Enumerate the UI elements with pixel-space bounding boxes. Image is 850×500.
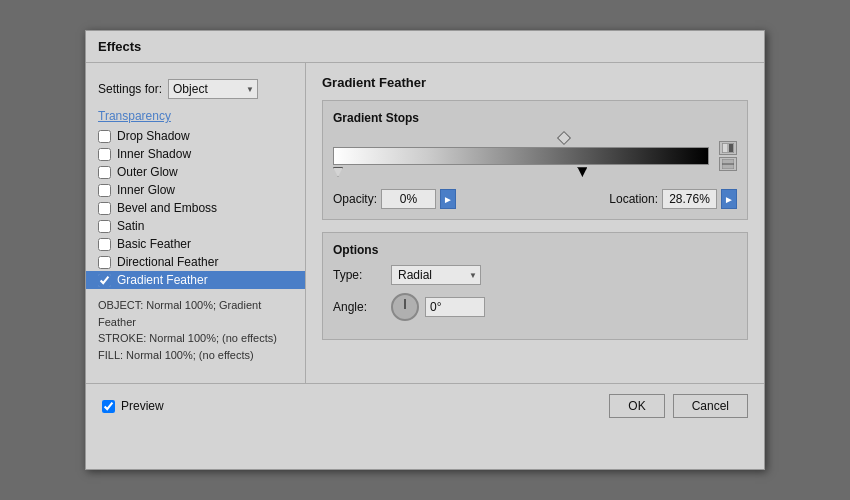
bevel-emboss-label: Bevel and Emboss: [117, 201, 217, 215]
options-label: Options: [333, 243, 737, 257]
opacity-location-row: Opacity: ► Location: ►: [333, 189, 737, 209]
options-section: Options Type: Linear Radial Angle:: [322, 232, 748, 340]
dialog-footer: Preview OK Cancel: [86, 383, 764, 428]
satin-checkbox[interactable]: [98, 220, 111, 233]
effect-bevel-emboss[interactable]: Bevel and Emboss: [86, 199, 305, 217]
bevel-emboss-checkbox[interactable]: [98, 202, 111, 215]
inner-shadow-label: Inner Shadow: [117, 147, 191, 161]
effect-basic-feather[interactable]: Basic Feather: [86, 235, 305, 253]
angle-label: Angle:: [333, 300, 383, 314]
outer-glow-checkbox[interactable]: [98, 166, 111, 179]
angle-dial[interactable]: [391, 293, 419, 321]
effect-gradient-feather[interactable]: Gradient Feather: [86, 271, 305, 289]
satin-label: Satin: [117, 219, 144, 233]
gradient-stop-diamond[interactable]: [557, 131, 571, 145]
type-label: Type:: [333, 268, 383, 282]
inner-glow-checkbox[interactable]: [98, 184, 111, 197]
info-fill: FILL: Normal 100%; (no effects): [98, 347, 293, 364]
gradient-bar[interactable]: [333, 147, 709, 165]
settings-label: Settings for:: [98, 82, 162, 96]
opacity-label: Opacity:: [333, 192, 377, 206]
panel-title: Gradient Feather: [322, 75, 748, 90]
effects-dialog: Effects Settings for: Object Transparenc…: [85, 30, 765, 470]
type-select-wrapper[interactable]: Linear Radial: [391, 265, 481, 285]
type-row: Type: Linear Radial: [333, 265, 737, 285]
effect-directional-feather[interactable]: Directional Feather: [86, 253, 305, 271]
effect-outer-glow[interactable]: Outer Glow: [86, 163, 305, 181]
location-label: Location:: [609, 192, 658, 206]
stop-handle-right[interactable]: [577, 167, 587, 177]
basic-feather-checkbox[interactable]: [98, 238, 111, 251]
inner-glow-label: Inner Glow: [117, 183, 175, 197]
drop-shadow-label: Drop Shadow: [117, 129, 190, 143]
angle-row: Angle:: [333, 293, 737, 321]
info-box: OBJECT: Normal 100%; Gradient Feather ST…: [98, 297, 293, 363]
opacity-group: Opacity: ►: [333, 189, 456, 209]
gradient-icon-bottom[interactable]: [719, 157, 737, 171]
info-object: OBJECT: Normal 100%; Gradient Feather: [98, 297, 293, 330]
location-group: Location: ►: [609, 189, 737, 209]
opacity-input[interactable]: [381, 189, 436, 209]
angle-control: [391, 293, 485, 321]
directional-feather-checkbox[interactable]: [98, 256, 111, 269]
footer-buttons: OK Cancel: [609, 394, 748, 418]
dialog-title: Effects: [86, 31, 764, 63]
drop-shadow-checkbox[interactable]: [98, 130, 111, 143]
preview-label: Preview: [121, 399, 164, 413]
angle-input[interactable]: [425, 297, 485, 317]
location-arrow-btn[interactable]: ►: [721, 189, 737, 209]
gradient-feather-label: Gradient Feather: [117, 273, 208, 287]
settings-select-wrapper[interactable]: Object: [168, 79, 258, 99]
gradient-icon-top[interactable]: [719, 141, 737, 155]
gradient-stops-section: Gradient Stops: [322, 100, 748, 220]
preview-check: Preview: [102, 399, 164, 413]
gradient-icons: [719, 141, 737, 171]
info-stroke: STROKE: Normal 100%; (no effects): [98, 330, 293, 347]
outer-glow-label: Outer Glow: [117, 165, 178, 179]
inner-shadow-checkbox[interactable]: [98, 148, 111, 161]
effect-satin[interactable]: Satin: [86, 217, 305, 235]
gradient-stops-label: Gradient Stops: [333, 111, 737, 125]
svg-rect-1: [723, 144, 727, 152]
effect-inner-shadow[interactable]: Inner Shadow: [86, 145, 305, 163]
settings-select[interactable]: Object: [168, 79, 258, 99]
location-input[interactable]: [662, 189, 717, 209]
ok-button[interactable]: OK: [609, 394, 664, 418]
effect-inner-glow[interactable]: Inner Glow: [86, 181, 305, 199]
directional-feather-label: Directional Feather: [117, 255, 218, 269]
opacity-arrow-btn[interactable]: ►: [440, 189, 456, 209]
transparency-label[interactable]: Transparency: [86, 107, 305, 127]
type-select[interactable]: Linear Radial: [391, 265, 481, 285]
cancel-button[interactable]: Cancel: [673, 394, 748, 418]
basic-feather-label: Basic Feather: [117, 237, 191, 251]
stop-handle-left[interactable]: [333, 167, 343, 177]
effect-drop-shadow[interactable]: Drop Shadow: [86, 127, 305, 145]
preview-checkbox[interactable]: [102, 400, 115, 413]
gradient-feather-checkbox[interactable]: [98, 274, 111, 287]
right-panel: Gradient Feather Gradient Stops: [306, 63, 764, 383]
svg-rect-2: [729, 144, 733, 152]
left-panel: Settings for: Object Transparency Drop S…: [86, 63, 306, 383]
settings-row: Settings for: Object: [86, 75, 305, 107]
